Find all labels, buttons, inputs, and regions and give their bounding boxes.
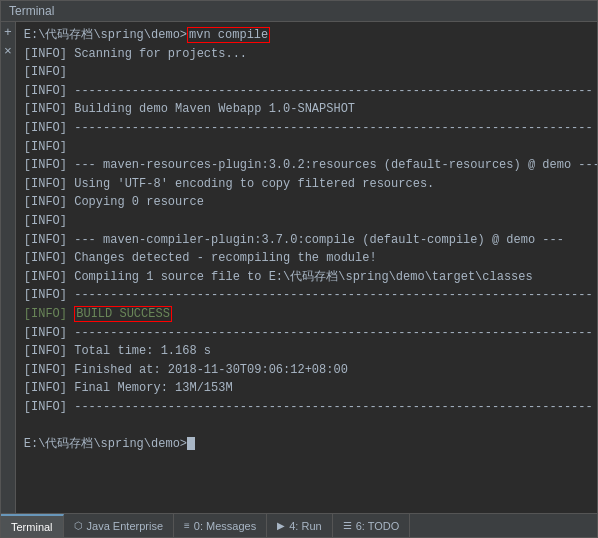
- terminal-line-6: [INFO] ---------------------------------…: [24, 119, 589, 138]
- terminal-line-7: [INFO]: [24, 138, 589, 157]
- run-tab-label: 4: Run: [289, 520, 321, 532]
- terminal-tab-label: Terminal: [11, 521, 53, 533]
- terminal-line-16: [INFO] BUILD SUCCESS: [24, 305, 589, 324]
- prompt-text: E:\代码存档\spring\demo>: [24, 28, 187, 42]
- terminal-line-4: [INFO] ---------------------------------…: [24, 82, 589, 101]
- run-icon: ▶: [277, 520, 285, 531]
- terminal-line-2: [INFO] Scanning for projects...: [24, 45, 589, 64]
- add-button[interactable]: +: [4, 26, 12, 39]
- terminal-line-22: [24, 416, 589, 435]
- terminal-line-12: [INFO] --- maven-compiler-plugin:3.7.0:c…: [24, 231, 589, 250]
- terminal-line-20: [INFO] Final Memory: 13M/153M: [24, 379, 589, 398]
- terminal-line-19: [INFO] Finished at: 2018-11-30T09:06:12+…: [24, 361, 589, 380]
- terminal-line-21: [INFO] ---------------------------------…: [24, 398, 589, 417]
- terminal-line-15: [INFO] ---------------------------------…: [24, 286, 589, 305]
- status-bar: Terminal ⬡ Java Enterprise ≡ 0: Messages…: [1, 513, 597, 537]
- java-enterprise-tab-label: Java Enterprise: [87, 520, 163, 532]
- tab-todo[interactable]: ☰ 6: TODO: [333, 514, 411, 537]
- cursor: [187, 437, 195, 450]
- toolbar: + ×: [1, 22, 16, 513]
- tab-messages[interactable]: ≡ 0: Messages: [174, 514, 267, 537]
- todo-icon: ☰: [343, 520, 352, 531]
- tab-run[interactable]: ▶ 4: Run: [267, 514, 332, 537]
- terminal-line-11: [INFO]: [24, 212, 589, 231]
- terminal-line-3: [INFO]: [24, 63, 589, 82]
- terminal-line-1: E:\代码存档\spring\demo>mvn compile: [24, 26, 589, 45]
- terminal-output[interactable]: E:\代码存档\spring\demo>mvn compile [INFO] S…: [16, 22, 597, 513]
- terminal-line-23: E:\代码存档\spring\demo>: [24, 435, 589, 454]
- window-title: Terminal: [9, 4, 54, 18]
- terminal-line-10: [INFO] Copying 0 resource: [24, 193, 589, 212]
- messages-icon: ≡: [184, 520, 190, 531]
- tab-java-enterprise[interactable]: ⬡ Java Enterprise: [64, 514, 174, 537]
- todo-tab-label: 6: TODO: [356, 520, 400, 532]
- terminal-line-17: [INFO] ---------------------------------…: [24, 324, 589, 343]
- terminal-line-9: [INFO] Using 'UTF-8' encoding to copy fi…: [24, 175, 589, 194]
- terminal-line-8: [INFO] --- maven-resources-plugin:3.0.2:…: [24, 156, 589, 175]
- main-window: Terminal + × E:\代码存档\spring\demo>mvn com…: [0, 0, 598, 538]
- messages-tab-label: 0: Messages: [194, 520, 256, 532]
- title-bar: Terminal: [1, 1, 597, 22]
- java-enterprise-icon: ⬡: [74, 520, 83, 531]
- build-success-highlight: BUILD SUCCESS: [74, 306, 172, 322]
- close-button[interactable]: ×: [4, 45, 12, 58]
- command-highlight: mvn compile: [187, 27, 270, 43]
- terminal-line-18: [INFO] Total time: 1.168 s: [24, 342, 589, 361]
- terminal-line-14: [INFO] Compiling 1 source file to E:\代码存…: [24, 268, 589, 287]
- content-area: + × E:\代码存档\spring\demo>mvn compile [INF…: [1, 22, 597, 513]
- terminal-line-5: [INFO] Building demo Maven Webapp 1.0-SN…: [24, 100, 589, 119]
- tab-terminal[interactable]: Terminal: [1, 514, 64, 537]
- terminal-line-13: [INFO] Changes detected - recompiling th…: [24, 249, 589, 268]
